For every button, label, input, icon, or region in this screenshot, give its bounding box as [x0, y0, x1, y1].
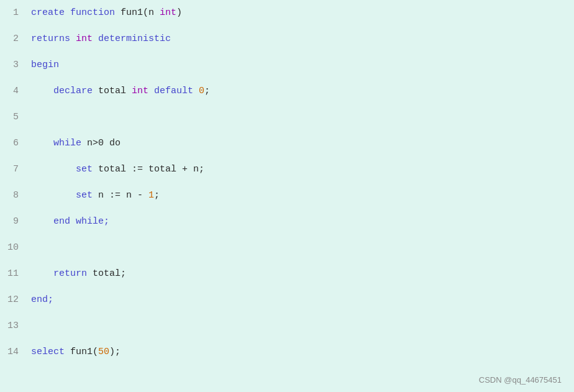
code-line: 5 [0, 111, 574, 137]
line-content: set n := n - 1; [31, 190, 160, 201]
code-line: 2returns int deterministic [0, 32, 574, 58]
line-number: 7 [0, 164, 31, 175]
code-line: 11 return total; [0, 267, 574, 293]
code-line: 10 [0, 241, 574, 267]
line-content: end; [31, 294, 53, 305]
line-number: 12 [0, 294, 31, 305]
code-line: 9 end while; [0, 215, 574, 241]
line-number: 13 [0, 321, 31, 331]
line-content: end while; [31, 216, 109, 227]
line-number: 11 [0, 268, 31, 279]
line-number: 6 [0, 138, 31, 148]
code-line: 4 declare total int default 0; [0, 84, 574, 111]
line-content: declare total int default 0; [31, 86, 210, 96]
line-content: create function fun1(n int) [31, 7, 182, 18]
line-number: 2 [0, 34, 31, 44]
line-content: return total; [31, 268, 126, 279]
line-content: returns int deterministic [31, 34, 171, 44]
code-line: 14select fun1(50); [0, 345, 574, 371]
line-number: 9 [0, 216, 31, 227]
line-number: 14 [0, 347, 31, 357]
code-line: 7 set total := total + n; [0, 163, 574, 189]
line-number: 10 [0, 242, 31, 253]
watermark: CSDN @qq_44675451 [479, 375, 562, 385]
line-number: 8 [0, 190, 31, 201]
line-content: while n>0 do [31, 138, 121, 148]
line-number: 5 [0, 112, 31, 122]
code-line: 1create function fun1(n int) [0, 6, 574, 32]
line-number: 3 [0, 60, 31, 70]
code-line: 13 [0, 319, 574, 345]
code-line: 3begin [0, 58, 574, 84]
code-container: 1create function fun1(n int)2returns int… [0, 0, 574, 392]
code-line: 6 while n>0 do [0, 137, 574, 163]
line-content: begin [31, 60, 59, 70]
line-number: 4 [0, 86, 31, 96]
line-number: 1 [0, 7, 31, 18]
line-content: set total := total + n; [31, 164, 204, 175]
code-line: 12end; [0, 293, 574, 319]
line-content: select fun1(50); [31, 347, 121, 357]
code-line: 8 set n := n - 1; [0, 189, 574, 215]
